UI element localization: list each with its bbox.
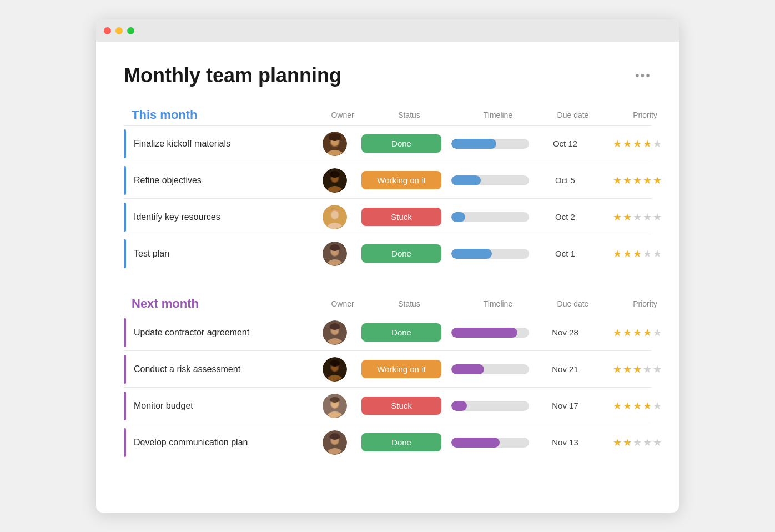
task-name: Refine objectives bbox=[134, 175, 202, 185]
row-name-cell: Conduct a risk assessment bbox=[124, 355, 313, 384]
star-5: ★ bbox=[653, 138, 662, 150]
star-3: ★ bbox=[633, 436, 642, 449]
page-title: Monthly team planning bbox=[124, 64, 341, 87]
due-date: Nov 28 bbox=[535, 328, 596, 337]
timeline-fill bbox=[451, 364, 484, 374]
star-rating: ★★★★★ bbox=[596, 400, 679, 412]
star-2: ★ bbox=[623, 248, 632, 260]
status-badge[interactable]: Working on it bbox=[361, 171, 441, 189]
star-1: ★ bbox=[613, 400, 622, 412]
minimize-button[interactable] bbox=[115, 27, 123, 34]
table-row[interactable]: Test plan Done Oct 1 ★★★★★ bbox=[124, 235, 651, 272]
status-badge[interactable]: Done bbox=[361, 433, 441, 451]
star-5: ★ bbox=[653, 436, 662, 449]
col-timeline-label-2: Timeline bbox=[454, 299, 542, 308]
star-rating: ★★★★★ bbox=[596, 138, 679, 150]
row-name-cell: Test plan bbox=[124, 239, 313, 268]
row-border-indicator bbox=[124, 129, 126, 158]
timeline-fill bbox=[451, 175, 481, 185]
next-month-title: Next month bbox=[132, 297, 320, 311]
row-border-indicator bbox=[124, 355, 126, 384]
due-date: Nov 17 bbox=[535, 401, 596, 410]
row-name-cell: Update contractor agreement bbox=[124, 318, 313, 347]
row-border-indicator bbox=[124, 239, 126, 268]
status-badge[interactable]: Stuck bbox=[361, 208, 441, 226]
star-2: ★ bbox=[623, 174, 632, 187]
status-badge[interactable]: Done bbox=[361, 134, 441, 153]
next-month-header: Next month Owner Status Timeline Due dat… bbox=[124, 296, 651, 312]
col-status-label: Status bbox=[365, 111, 454, 119]
timeline-bar bbox=[451, 249, 529, 259]
star-4: ★ bbox=[643, 248, 652, 260]
star-3: ★ bbox=[633, 138, 642, 150]
star-1: ★ bbox=[613, 248, 622, 260]
star-1: ★ bbox=[613, 174, 622, 187]
col-priority-label: Priority bbox=[603, 111, 679, 119]
star-4: ★ bbox=[643, 327, 652, 339]
this-month-rows: Finalize kickoff materials Done Oct 12 ★… bbox=[124, 125, 651, 272]
star-4: ★ bbox=[643, 363, 652, 375]
timeline-bar bbox=[451, 364, 529, 374]
table-row[interactable]: Conduct a risk assessment Working on it … bbox=[124, 350, 651, 387]
avatar bbox=[323, 394, 347, 418]
star-5: ★ bbox=[653, 327, 662, 339]
table-row[interactable]: Monitor budget Stuck Nov 17 ★★★★★ bbox=[124, 387, 651, 424]
svg-point-4 bbox=[329, 134, 334, 140]
task-name: Test plan bbox=[134, 249, 169, 259]
next-month-rows: Update contractor agreement Done Nov 28 … bbox=[124, 314, 651, 460]
col-timeline-label: Timeline bbox=[454, 111, 542, 119]
svg-point-12 bbox=[331, 210, 339, 219]
star-rating: ★★★★★ bbox=[596, 248, 679, 260]
star-3: ★ bbox=[633, 400, 642, 412]
status-badge[interactable]: Stuck bbox=[361, 397, 441, 415]
timeline-bar bbox=[451, 328, 529, 338]
due-date: Oct 1 bbox=[535, 249, 596, 258]
star-3: ★ bbox=[633, 174, 642, 187]
star-3: ★ bbox=[633, 211, 642, 223]
star-1: ★ bbox=[613, 138, 622, 150]
avatar bbox=[323, 242, 347, 266]
table-row[interactable]: Develop communication plan Done Nov 13 ★… bbox=[124, 424, 651, 460]
this-month-header: This month Owner Status Timeline Due dat… bbox=[124, 107, 651, 123]
star-5: ★ bbox=[653, 174, 662, 187]
table-row[interactable]: Update contractor agreement Done Nov 28 … bbox=[124, 314, 651, 350]
star-2: ★ bbox=[623, 138, 632, 150]
due-date: Oct 5 bbox=[535, 175, 596, 185]
timeline-fill bbox=[451, 438, 500, 448]
maximize-button[interactable] bbox=[127, 27, 134, 34]
timeline-bar bbox=[451, 212, 529, 222]
svg-point-9 bbox=[330, 171, 340, 178]
more-options-button[interactable]: ••• bbox=[635, 68, 651, 83]
star-rating: ★★★★★ bbox=[596, 436, 679, 449]
status-badge[interactable]: Done bbox=[361, 244, 441, 263]
table-row[interactable]: Refine objectives Working on it Oct 5 ★★… bbox=[124, 162, 651, 198]
table-row[interactable]: Identify key resources Stuck Oct 2 ★★★★★ bbox=[124, 198, 651, 235]
col-priority-label-2: Priority bbox=[603, 299, 679, 308]
titlebar bbox=[96, 19, 679, 42]
due-date: Oct 12 bbox=[535, 139, 596, 148]
row-border-indicator bbox=[124, 203, 126, 232]
col-due-label-2: Due date bbox=[542, 299, 603, 308]
col-status-label-2: Status bbox=[365, 299, 454, 308]
status-badge[interactable]: Done bbox=[361, 323, 441, 342]
page-content: Monthly team planning ••• This month Own… bbox=[96, 42, 679, 513]
this-month-section: This month Owner Status Timeline Due dat… bbox=[124, 107, 651, 272]
row-name-cell: Develop communication plan bbox=[124, 428, 313, 457]
star-2: ★ bbox=[623, 400, 632, 412]
svg-point-28 bbox=[330, 397, 340, 403]
timeline-bar bbox=[451, 139, 529, 149]
task-name: Monitor budget bbox=[134, 401, 193, 411]
svg-point-5 bbox=[335, 134, 341, 140]
star-4: ★ bbox=[643, 400, 652, 412]
row-name-cell: Finalize kickoff materials bbox=[124, 129, 313, 158]
star-rating: ★★★★★ bbox=[596, 327, 679, 339]
star-rating: ★★★★★ bbox=[596, 211, 679, 223]
row-name-cell: Identify key resources bbox=[124, 203, 313, 232]
row-name-cell: Refine objectives bbox=[124, 166, 313, 195]
next-month-section: Next month Owner Status Timeline Due dat… bbox=[124, 296, 651, 460]
col-owner-label: Owner bbox=[320, 111, 365, 119]
timeline-fill bbox=[451, 401, 467, 411]
table-row[interactable]: Finalize kickoff materials Done Oct 12 ★… bbox=[124, 125, 651, 162]
close-button[interactable] bbox=[104, 27, 111, 34]
status-badge[interactable]: Working on it bbox=[361, 360, 441, 378]
